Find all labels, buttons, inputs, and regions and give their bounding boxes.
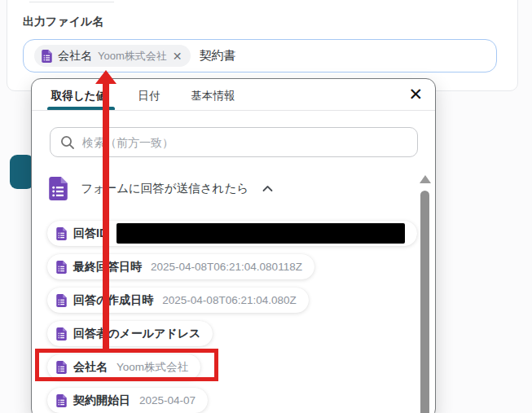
tab-date[interactable]: 日付 (133, 87, 165, 105)
document-icon (56, 294, 67, 307)
list-item: 回答者のメールアドレス (47, 321, 213, 346)
list-item: 契約開始日 2025-04-07 (47, 388, 208, 413)
search-input[interactable] (82, 136, 407, 149)
item-label: 会社名 (73, 360, 108, 375)
item-label: 契約開始日 (73, 393, 130, 408)
variable-picker-popup: 取得した値 日付 基本情報 ✕ フォームに回答が送信されたら 回答ID (31, 78, 436, 413)
variable-pill-answer-created-time[interactable]: 回答の作成日時 2025-04-08T06:21:04.080Z (47, 288, 309, 313)
output-filename-input[interactable]: 会社名 Yoom株式会社 ✕ 契約書 (23, 39, 497, 72)
variable-chip[interactable]: 会社名 Yoom株式会社 ✕ (34, 45, 191, 67)
variable-pill-responder-email[interactable]: 回答者のメールアドレス (47, 321, 213, 346)
document-icon (56, 261, 67, 274)
variable-pill-company-name[interactable]: 会社名 Yoom株式会社 (47, 354, 200, 380)
variable-pill-last-answer-time[interactable]: 最終回答日時 2025-04-08T06:21:04.080118Z (47, 254, 314, 279)
item-value: 2025-04-08T06:21:04.080Z (162, 294, 296, 306)
chip-label: 会社名 (58, 49, 92, 64)
item-label: 回答者のメールアドレス (73, 327, 200, 341)
item-value: 2025-04-08T06:21:04.080118Z (151, 261, 302, 273)
form-trigger-icon (48, 177, 68, 200)
divider (29, 2, 114, 2)
search-icon (60, 135, 75, 150)
list-item: 会社名 Yoom株式会社 (47, 354, 200, 380)
scrollbar-up-arrow-icon[interactable] (420, 175, 431, 183)
tab-bar: 取得した値 日付 基本情報 (46, 87, 240, 105)
list-item: 最終回答日時 2025-04-08T06:21:04.080118Z (47, 254, 314, 279)
trigger-group-header[interactable]: フォームに回答が送信されたら (48, 177, 273, 200)
redacted-value (117, 223, 405, 244)
item-value: 2025-04-07 (139, 394, 196, 406)
item-label: 回答の作成日時 (73, 293, 153, 308)
list-item: 回答の作成日時 2025-04-08T06:21:04.080Z (47, 288, 309, 313)
divider (32, 110, 435, 111)
scrollbar-thumb[interactable] (420, 191, 429, 413)
item-value: Yoom株式会社 (117, 360, 188, 375)
chip-remove-icon[interactable]: ✕ (173, 51, 182, 62)
close-icon[interactable]: ✕ (408, 84, 423, 104)
chevron-up-icon[interactable] (262, 185, 273, 192)
chip-value: Yoom株式会社 (98, 49, 167, 64)
document-icon (56, 227, 67, 240)
document-icon (42, 50, 52, 63)
document-icon (56, 394, 67, 407)
output-filename-label: 出力ファイル名 (23, 15, 103, 29)
tab-basic-info[interactable]: 基本情報 (186, 87, 240, 105)
annotation-arrow-line (103, 83, 109, 352)
document-icon (56, 327, 67, 341)
input-free-text: 契約書 (200, 48, 236, 64)
annotation-arrow-head (95, 70, 117, 84)
variable-pill-contract-start-date[interactable]: 契約開始日 2025-04-07 (47, 388, 208, 413)
document-icon (56, 361, 67, 374)
